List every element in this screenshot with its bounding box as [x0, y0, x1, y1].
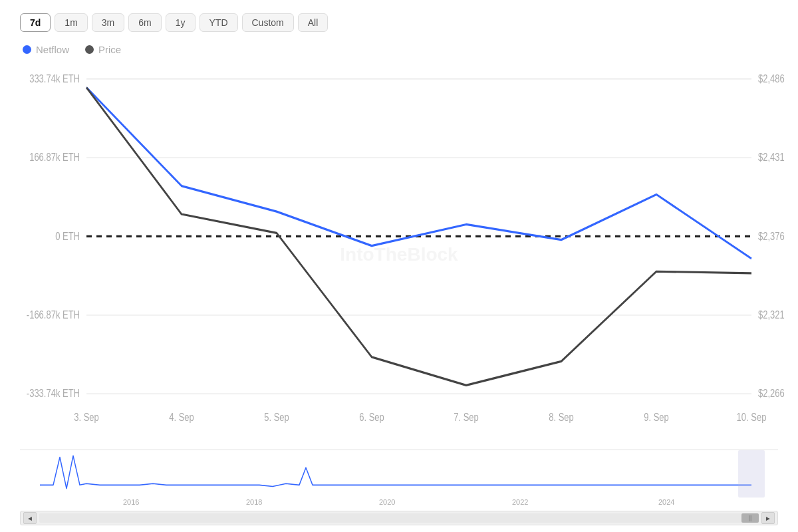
svg-text:2018: 2018	[246, 497, 262, 505]
svg-text:6. Sep: 6. Sep	[359, 411, 384, 424]
time-btn-7d[interactable]: 7d	[20, 13, 51, 32]
netflow-dot	[23, 45, 31, 54]
main-chart-area: IntoTheBlock 333.74k ETH 166.87k ETH 0 E…	[20, 62, 778, 447]
scroll-left-arrow[interactable]: ◄	[23, 512, 37, 524]
time-range-selector: 7d1m3m6m1yYTDCustomAll	[20, 13, 778, 32]
svg-text:2024: 2024	[658, 497, 674, 505]
time-btn-1m[interactable]: 1m	[55, 13, 87, 32]
legend-price: Price	[85, 44, 121, 55]
mini-chart-svg: 2016 2018 2020 2022 2024	[20, 450, 778, 509]
svg-text:2016: 2016	[123, 497, 139, 505]
svg-text:7. Sep: 7. Sep	[454, 411, 479, 424]
svg-text:9. Sep: 9. Sep	[644, 411, 669, 424]
svg-text:-166.87k ETH: -166.87k ETH	[27, 308, 80, 321]
main-chart-svg: 333.74k ETH 166.87k ETH 0 ETH -166.87k E…	[20, 62, 778, 447]
svg-text:10. Sep: 10. Sep	[737, 411, 767, 424]
time-btn-1y[interactable]: 1y	[166, 13, 196, 32]
svg-text:$2,321: $2,321	[758, 308, 785, 321]
price-dot	[85, 45, 94, 54]
chart-wrapper: IntoTheBlock 333.74k ETH 166.87k ETH 0 E…	[20, 62, 778, 525]
time-btn-ytd[interactable]: YTD	[200, 13, 238, 32]
svg-text:$2,486: $2,486	[758, 72, 785, 84]
time-btn-3m[interactable]: 3m	[92, 13, 124, 32]
chart-legend: Netflow Price	[20, 44, 778, 55]
svg-text:333.74k ETH: 333.74k ETH	[29, 72, 80, 84]
svg-text:-333.74k ETH: -333.74k ETH	[27, 387, 80, 400]
scroll-track[interactable]: ||	[39, 513, 759, 523]
time-btn-custom[interactable]: Custom	[242, 13, 294, 32]
time-btn-all[interactable]: All	[298, 13, 329, 32]
svg-text:$2,266: $2,266	[758, 387, 785, 400]
svg-text:2020: 2020	[379, 497, 395, 505]
svg-text:5. Sep: 5. Sep	[264, 411, 289, 424]
netflow-label: Netflow	[36, 44, 69, 55]
legend-netflow: Netflow	[23, 44, 69, 55]
price-label: Price	[98, 44, 121, 55]
main-container: 7d1m3m6m1yYTDCustomAll Netflow Price Int…	[0, 0, 798, 532]
svg-text:0 ETH: 0 ETH	[55, 229, 80, 242]
svg-text:4. Sep: 4. Sep	[169, 411, 194, 424]
time-btn-6m[interactable]: 6m	[128, 13, 161, 32]
mini-chart-wrapper: 2016 2018 2020 2022 2024	[20, 450, 778, 509]
svg-rect-28	[738, 450, 765, 497]
svg-text:$2,376: $2,376	[758, 229, 785, 242]
scrollbar[interactable]: ◄ || ►	[20, 511, 778, 525]
svg-text:$2,431: $2,431	[758, 151, 785, 164]
svg-text:8. Sep: 8. Sep	[549, 411, 574, 424]
svg-text:3. Sep: 3. Sep	[74, 411, 99, 424]
scroll-right-arrow[interactable]: ►	[761, 512, 775, 524]
svg-text:2022: 2022	[512, 497, 528, 505]
svg-text:166.87k ETH: 166.87k ETH	[29, 151, 80, 164]
scroll-thumb[interactable]: ||	[741, 513, 759, 523]
